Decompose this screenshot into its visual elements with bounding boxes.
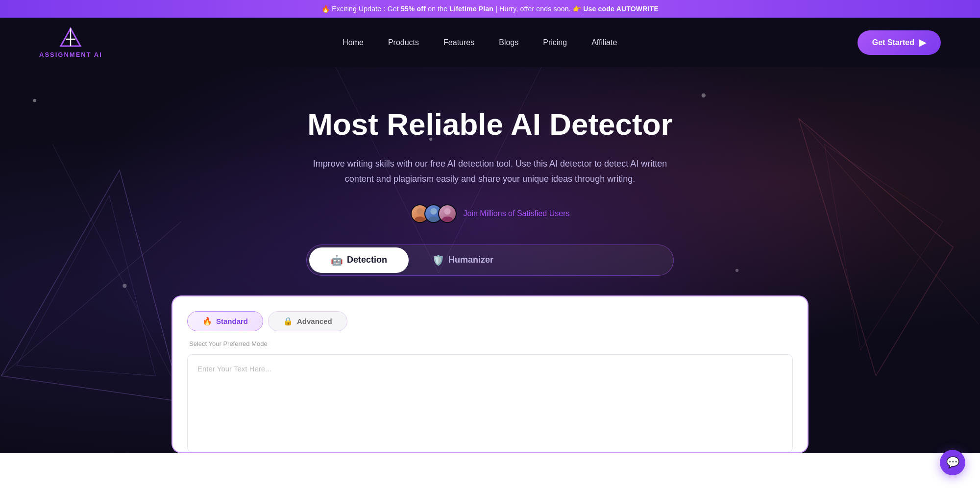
hero-title: Most Reliable AI Detector xyxy=(306,106,674,143)
svg-point-18 xyxy=(414,216,425,222)
nav-pricing[interactable]: Pricing xyxy=(543,38,567,47)
hero-subtitle: Improve writing skills with our free AI … xyxy=(306,156,674,186)
nav-features[interactable]: Features xyxy=(443,38,474,47)
panel-tab-standard[interactable]: 🔥 Standard xyxy=(187,311,263,331)
avatar-3 xyxy=(438,204,457,223)
svg-line-5 xyxy=(1,221,181,376)
nav-blogs[interactable]: Blogs xyxy=(499,38,518,47)
satisfied-label: Join Millions of Satisfied Users xyxy=(464,209,570,218)
fire-icon: 🔥 xyxy=(202,317,212,326)
hero-section: Most Reliable AI Detector Improve writin… xyxy=(0,67,980,453)
lock-icon: 🔒 xyxy=(283,317,293,326)
svg-point-20 xyxy=(428,216,439,222)
detection-icon: 🤖 xyxy=(331,254,343,266)
hero-content: Most Reliable AI Detector Improve writin… xyxy=(306,106,674,276)
svg-marker-7 xyxy=(799,119,953,376)
get-started-button[interactable]: Get Started ▶ xyxy=(858,30,941,55)
svg-line-6 xyxy=(52,145,171,376)
svg-point-13 xyxy=(702,94,706,98)
text-input-area[interactable]: Enter Your Text Here... xyxy=(187,354,793,452)
main-nav: Home Products Features Blogs Pricing Aff… xyxy=(343,38,617,47)
nav-products[interactable]: Products xyxy=(388,38,419,47)
svg-marker-8 xyxy=(825,145,943,350)
header: ASSIGNMENT AI Home Products Features Blo… xyxy=(0,18,980,67)
svg-point-15 xyxy=(735,269,738,272)
svg-line-9 xyxy=(799,119,979,324)
announcement-text: 🔥 Exciting Update : Get 55% off on the L… xyxy=(321,5,659,13)
panel-tabs: 🔥 Standard 🔒 Advanced xyxy=(187,311,793,331)
preferred-mode-label: Select Your Preferred Mode xyxy=(187,340,793,347)
promo-code-link[interactable]: Use code AUTOWRITE xyxy=(583,5,659,13)
mode-tabs: 🤖 Detection 🛡️ Humanizer xyxy=(306,245,674,276)
logo-icon xyxy=(59,26,82,50)
user-avatars xyxy=(411,204,457,223)
svg-point-12 xyxy=(33,99,36,102)
tab-humanizer[interactable]: 🛡️ Humanizer xyxy=(411,247,515,273)
satisfied-users: Join Millions of Satisfied Users xyxy=(306,204,674,223)
svg-marker-3 xyxy=(1,170,181,402)
nav-affiliate[interactable]: Affiliate xyxy=(591,38,617,47)
humanizer-icon: 🛡️ xyxy=(432,254,444,266)
detection-panel: 🔥 Standard 🔒 Advanced Select Your Prefer… xyxy=(172,295,808,453)
svg-point-17 xyxy=(416,208,423,214)
svg-point-14 xyxy=(122,284,126,288)
arrow-icon: ▶ xyxy=(919,37,926,48)
textarea-placeholder: Enter Your Text Here... xyxy=(197,365,271,373)
svg-point-22 xyxy=(441,216,453,222)
svg-marker-4 xyxy=(17,196,156,376)
svg-point-21 xyxy=(444,208,450,214)
panel-tab-advanced[interactable]: 🔒 Advanced xyxy=(268,311,347,331)
logo[interactable]: ASSIGNMENT AI xyxy=(39,26,102,58)
svg-point-19 xyxy=(430,208,437,214)
tab-detection[interactable]: 🤖 Detection xyxy=(309,247,409,273)
logo-text: ASSIGNMENT AI xyxy=(39,51,102,58)
announcement-bar: 🔥 Exciting Update : Get 55% off on the L… xyxy=(0,0,980,18)
nav-home[interactable]: Home xyxy=(343,38,364,47)
